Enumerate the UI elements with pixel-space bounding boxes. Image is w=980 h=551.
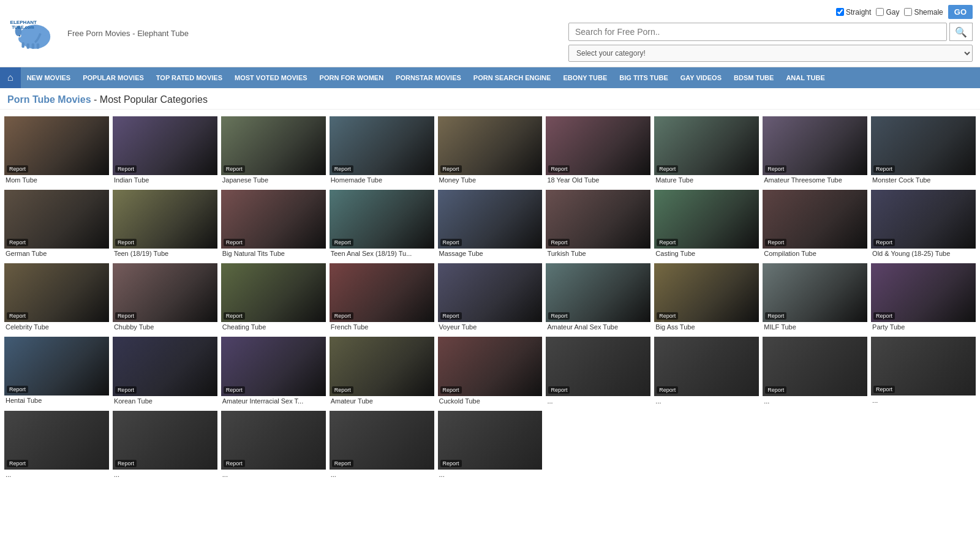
category-item-cuckold-tube[interactable]: Report Cuckold Tube — [438, 337, 543, 407]
category-item-indian-tube[interactable]: Report Indian Tube — [113, 116, 217, 186]
category-item-turkish-tube[interactable]: Report Turkish Tube — [546, 190, 650, 260]
report-badge-teen-anal-sex-tube[interactable]: Report — [332, 239, 353, 246]
shemale-checkbox-label[interactable]: Shemale — [904, 8, 943, 17]
report-badge-cheating-tube[interactable]: Report — [224, 312, 245, 320]
report-badge-japanese-tube[interactable]: Report — [224, 165, 245, 173]
category-item-cat-38[interactable]: Report ... — [113, 411, 217, 481]
report-badge-celebrity-tube[interactable]: Report — [7, 312, 28, 320]
category-item-hentai-tube[interactable]: Report Hentai Tube — [4, 337, 109, 407]
report-badge-mature-tube[interactable]: Report — [657, 165, 678, 173]
category-item-18-year-old-tube[interactable]: Report 18 Year Old Tube — [546, 116, 650, 186]
report-badge-german-tube[interactable]: Report — [7, 239, 28, 246]
report-badge-amateur-threesome-tube[interactable]: Report — [765, 165, 786, 173]
category-select[interactable]: Select your category! — [568, 45, 973, 62]
report-badge-old-young-tube[interactable]: Report — [873, 239, 895, 246]
category-item-amateur-tube[interactable]: Report Amateur Tube — [330, 337, 434, 407]
report-badge-monster-cock-tube[interactable]: Report — [873, 165, 895, 173]
nav-item-most-voted-movies[interactable]: MOST VOTED MOVIES — [228, 69, 314, 86]
category-item-teen-tube[interactable]: Report Teen (18/19) Tube — [113, 190, 217, 260]
report-badge-massage-tube[interactable]: Report — [440, 239, 462, 246]
report-badge-casting-tube[interactable]: Report — [657, 239, 678, 246]
category-item-amateur-anal-sex-tube[interactable]: Report Amateur Anal Sex Tube — [546, 263, 650, 333]
category-item-money-tube[interactable]: Report Money Tube — [438, 116, 543, 186]
category-item-homemade-tube[interactable]: Report Homemade Tube — [330, 116, 434, 186]
category-item-mom-tube[interactable]: Report Mom Tube — [4, 116, 109, 186]
category-item-french-tube[interactable]: Report French Tube — [330, 263, 434, 333]
search-input[interactable] — [568, 23, 947, 41]
category-item-voyeur-tube[interactable]: Report Voyeur Tube — [438, 263, 543, 333]
report-badge-cat-35[interactable]: Report — [765, 386, 786, 394]
gay-checkbox-label[interactable]: Gay — [876, 8, 899, 17]
nav-item-new-movies[interactable]: NEW MOVIES — [21, 69, 77, 86]
nav-item-ebony-tube[interactable]: EBONY TUBE — [557, 69, 613, 86]
category-item-amateur-interracial-tube[interactable]: Report Amateur Interracial Sex T... — [221, 337, 326, 407]
go-button[interactable]: GO — [948, 5, 973, 19]
report-badge-milf-tube[interactable]: Report — [765, 312, 786, 320]
report-badge-french-tube[interactable]: Report — [332, 312, 353, 320]
report-badge-amateur-tube[interactable]: Report — [332, 386, 353, 394]
straight-checkbox[interactable] — [836, 8, 844, 16]
category-item-celebrity-tube[interactable]: Report Celebrity Tube — [4, 263, 109, 333]
report-badge-big-ass-tube[interactable]: Report — [657, 312, 678, 320]
category-item-casting-tube[interactable]: Report Casting Tube — [654, 190, 759, 260]
nav-item-big-tits-tube[interactable]: BIG TITS TUBE — [613, 69, 674, 86]
report-badge-big-natural-tits-tube[interactable]: Report — [224, 239, 245, 246]
category-item-big-ass-tube[interactable]: Report Big Ass Tube — [654, 263, 759, 333]
nav-item-porn-search-engine[interactable]: PORN SEARCH ENGINE — [467, 69, 557, 86]
report-badge-homemade-tube[interactable]: Report — [332, 165, 353, 173]
report-badge-mom-tube[interactable]: Report — [7, 165, 28, 173]
report-badge-turkish-tube[interactable]: Report — [548, 239, 570, 246]
nav-item-gay-videos[interactable]: GAY VIDEOS — [674, 69, 728, 86]
category-item-cat-33[interactable]: Report ... — [546, 337, 650, 407]
category-item-cat-36[interactable]: Report ... — [871, 337, 976, 407]
report-badge-cat-37[interactable]: Report — [7, 460, 28, 467]
category-item-milf-tube[interactable]: Report MILF Tube — [763, 263, 867, 333]
report-badge-teen-tube[interactable]: Report — [115, 239, 137, 246]
report-badge-cat-34[interactable]: Report — [657, 386, 678, 394]
category-item-cat-34[interactable]: Report ... — [654, 337, 759, 407]
straight-checkbox-label[interactable]: Straight — [836, 8, 871, 17]
report-badge-cuckold-tube[interactable]: Report — [440, 386, 462, 394]
report-badge-party-tube[interactable]: Report — [873, 312, 895, 320]
category-item-german-tube[interactable]: Report German Tube — [4, 190, 109, 260]
report-badge-amateur-anal-sex-tube[interactable]: Report — [548, 312, 570, 320]
report-badge-cat-40[interactable]: Report — [332, 460, 353, 467]
report-badge-korean-tube[interactable]: Report — [115, 386, 137, 394]
report-badge-cat-38[interactable]: Report — [115, 460, 137, 467]
gay-checkbox[interactable] — [876, 8, 884, 16]
category-item-party-tube[interactable]: Report Party Tube — [871, 263, 976, 333]
category-item-massage-tube[interactable]: Report Massage Tube — [438, 190, 543, 260]
nav-home[interactable]: ⌂ — [0, 67, 21, 88]
report-badge-money-tube[interactable]: Report — [440, 165, 462, 173]
category-item-cat-37[interactable]: Report ... — [4, 411, 109, 481]
report-badge-cat-41[interactable]: Report — [440, 460, 462, 467]
category-item-cat-41[interactable]: Report ... — [438, 411, 543, 481]
nav-item-bdsm-tube[interactable]: BDSM TUBE — [728, 69, 780, 86]
category-item-korean-tube[interactable]: Report Korean Tube — [113, 337, 217, 407]
nav-item-porn-for-women[interactable]: PORN FOR WOMEN — [314, 69, 390, 86]
report-badge-hentai-tube[interactable]: Report — [7, 386, 28, 393]
category-item-compilation-tube[interactable]: Report Compilation Tube — [763, 190, 867, 260]
shemale-checkbox[interactable] — [904, 8, 912, 16]
category-item-chubby-tube[interactable]: Report Chubby Tube — [113, 263, 217, 333]
category-item-cheating-tube[interactable]: Report Cheating Tube — [221, 263, 326, 333]
category-item-cat-39[interactable]: Report ... — [221, 411, 326, 481]
category-item-amateur-threesome-tube[interactable]: Report Amateur Threesome Tube — [763, 116, 867, 186]
report-badge-chubby-tube[interactable]: Report — [115, 312, 137, 320]
report-badge-indian-tube[interactable]: Report — [115, 165, 137, 173]
category-item-monster-cock-tube[interactable]: Report Monster Cock Tube — [871, 116, 976, 186]
report-badge-18-year-old-tube[interactable]: Report — [548, 165, 570, 173]
nav-item-popular-movies[interactable]: POPULAR MOVIES — [77, 69, 150, 86]
report-badge-amateur-interracial-tube[interactable]: Report — [224, 386, 245, 394]
category-item-old-young-tube[interactable]: Report Old & Young (18-25) Tube — [871, 190, 976, 260]
category-item-mature-tube[interactable]: Report Mature Tube — [654, 116, 759, 186]
nav-item-anal-tube[interactable]: ANAL TUBE — [780, 69, 831, 86]
category-item-cat-40[interactable]: Report ... — [330, 411, 434, 481]
category-item-teen-anal-sex-tube[interactable]: Report Teen Anal Sex (18/19) Tu... — [330, 190, 434, 260]
nav-item-top-rated-movies[interactable]: TOP RATED MOVIES — [150, 69, 228, 86]
category-item-japanese-tube[interactable]: Report Japanese Tube — [221, 116, 326, 186]
report-badge-cat-36[interactable]: Report — [873, 386, 895, 393]
category-item-cat-35[interactable]: Report ... — [763, 337, 867, 407]
report-badge-voyeur-tube[interactable]: Report — [440, 312, 462, 320]
report-badge-cat-39[interactable]: Report — [224, 460, 245, 467]
